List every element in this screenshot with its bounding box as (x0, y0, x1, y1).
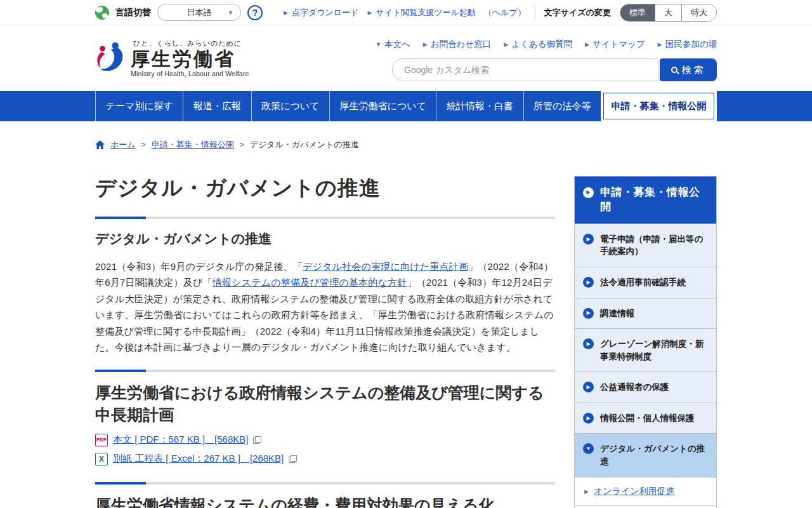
nav-item-6[interactable]: 申請・募集・情報公開 (601, 91, 717, 121)
section-divider (95, 482, 555, 485)
arrow-right-icon: ▶ (284, 10, 288, 16)
file-row-1: X別紙 工程表 [ Excel：267 KB ] [268KB] (95, 451, 555, 467)
breadcrumb-link-1[interactable]: 申請・募集・情報公開 (152, 139, 234, 150)
font-size-button-0[interactable]: 標準 (620, 4, 655, 21)
breadcrumb-link-0[interactable]: ホーム (110, 139, 136, 150)
arrow-right-icon: ▶ (504, 41, 508, 48)
section-divider (95, 217, 555, 219)
mhlw-logo-icon (95, 41, 126, 76)
sidebar-list: ▶申請・募集・情報公開▶電子申請（申請・届出等の手続案内）▶法令適用事前確認手続… (574, 176, 717, 508)
search-icon (671, 67, 678, 73)
circle-arrow-right-icon: ▶ (583, 277, 594, 288)
breadcrumb-trail: ホーム>申請・募集・情報公開>デジタル・ガバメントの推進 (110, 139, 359, 150)
nav-item-0[interactable]: テーマ別に探す (95, 91, 183, 121)
sidebar-item-0[interactable]: ▶申請・募集・情報公開 (575, 177, 716, 224)
arrow-right-icon: ▶ (367, 10, 372, 16)
help-icon[interactable]: ? (247, 5, 263, 20)
sidebar-item-label: 申請・募集・情報公開 (600, 185, 708, 215)
global-nav: テーマ別に探す報道・広報政策について厚生労働省について統計情報・白書所管の法令等… (0, 91, 812, 121)
site-name: 厚生労働省 (131, 48, 249, 70)
search-button[interactable]: 検索 (660, 58, 717, 81)
breadcrumb-separator: > (141, 140, 146, 149)
search-button-label: 検索 (682, 64, 706, 76)
quick-link-1[interactable]: お問合わせ窓口 (431, 39, 491, 50)
circle-arrow-right-icon: ▶ (583, 413, 594, 424)
nav-item-1[interactable]: 報道・広報 (183, 91, 251, 121)
global-nav-items: テーマ別に探す報道・広報政策について厚生労働省について統計情報・白書所管の法令等… (95, 91, 717, 121)
sidebar-stub-row (575, 506, 716, 508)
sidebar-item-1[interactable]: ▶電子申請（申請・届出等の手続案内） (575, 224, 716, 267)
home-icon (95, 140, 105, 149)
quick-link-item: ▶国民参加の場 (658, 39, 717, 50)
nav-item-5[interactable]: 所管の法令等 (523, 91, 601, 121)
external-link-icon (253, 436, 261, 444)
sidebar-item-label: 調達情報 (600, 307, 634, 320)
logo-text: ひと、くらし、みらいのために 厚生労働省 Ministry of Health,… (131, 39, 249, 78)
language-switch-label: 言語切替 (115, 7, 151, 18)
breadcrumb-separator: > (240, 140, 244, 149)
circle-arrow-right-icon: ▶ (583, 187, 594, 198)
sidebar-item-label: 公益通報者の保護 (600, 381, 669, 394)
circle-arrow-right-icon: ▶ (583, 382, 594, 392)
quick-link-item: ▼本文へ (376, 39, 410, 50)
arrow-down-icon: ▼ (376, 41, 381, 48)
sidebar: ▶申請・募集・情報公開▶電子申請（申請・届出等の手続案内）▶法令適用事前確認手続… (574, 176, 717, 508)
quick-link-item: ▶よくある御質問 (504, 39, 572, 50)
sidebar-item-5[interactable]: ▶公益通報者の保護 (575, 372, 716, 403)
excel-icon: X (95, 453, 108, 465)
sidebar-item-label: 電子申請（申請・届出等の手続案内） (600, 233, 708, 258)
inline-link[interactable]: 情報システムの整備及び管理の基本的な方針 (213, 277, 407, 288)
quick-link-3[interactable]: サイトマップ (593, 39, 645, 50)
section1-heading: デジタル・ガバメントの推進 (95, 230, 555, 248)
file-row-0: PDF本文 [ PDF：567 KB ] [568KB] (95, 432, 555, 448)
sidebar-sub-item-0: ▶オンライン利用促進 (575, 478, 716, 506)
nav-item-4[interactable]: 統計情報・白書 (436, 91, 523, 121)
sidebar-sub-link-0[interactable]: オンライン利用促進 (594, 486, 675, 497)
font-size-button-1[interactable]: 大 (655, 4, 681, 21)
vertical-divider (535, 7, 535, 18)
circle-arrow-down-icon: ▼ (583, 443, 594, 454)
sidebar-item-2[interactable]: ▶法令適用事前確認手続 (575, 267, 716, 298)
sidebar-item-label: 法令適用事前確認手続 (600, 276, 686, 289)
sidebar-item-7[interactable]: ▼デジタル・ガバメントの推進 (575, 434, 716, 477)
inline-link[interactable]: デジタル社会の実現に向けた重点計画 (303, 261, 468, 272)
site-name-en: Ministry of Health, Labour and Welfare (131, 70, 249, 77)
section2-heading: 厚生労働省における政府情報システムの整備及び管理に関する中長期計画 (95, 382, 555, 426)
intro-paragraph: 2021（令和3）年9月のデジタル庁の発足後、「デジタル社会の実現に向けた重点計… (95, 258, 555, 356)
sidebar-item-4[interactable]: ▶グレーゾーン解消制度・新事業特例制度 (575, 329, 716, 372)
circle-arrow-right-icon: ▶ (583, 234, 594, 244)
file-link-1[interactable]: 別紙 工程表 [ Excel：267 KB ] [268KB] (113, 453, 284, 465)
file-list: PDF本文 [ PDF：567 KB ] [568KB]X別紙 工程表 [ Ex… (95, 432, 555, 467)
breadcrumb-current: デジタル・ガバメントの推進 (250, 139, 359, 150)
section3-heading: 厚生労働省情報システムの経費・費用対効果の見える化 (95, 494, 555, 508)
sidebar-item-3[interactable]: ▶調達情報 (575, 298, 716, 330)
nav-item-3[interactable]: 厚生労働省について (329, 91, 436, 121)
quick-link-2[interactable]: よくある御質問 (511, 39, 572, 50)
main-column: デジタル・ガバメントの推進 デジタル・ガバメントの推進 2021（令和3）年9月… (95, 150, 555, 508)
utility-link[interactable]: 点字ダウンロード (292, 7, 359, 18)
site-logo[interactable]: ひと、くらし、みらいのために 厚生労働省 Ministry of Health,… (95, 39, 249, 78)
font-size-label: 文字サイズの変更 (544, 7, 611, 18)
pdf-icon: PDF (95, 434, 108, 446)
quick-link-item: ▶サイトマップ (585, 39, 645, 50)
arrow-right-icon: ▶ (658, 41, 662, 48)
quick-link-0[interactable]: 本文へ (384, 39, 410, 50)
file-link-0[interactable]: 本文 [ PDF：567 KB ] [568KB] (113, 434, 248, 446)
logo-tagline: ひと、くらし、みらいのために (131, 39, 249, 48)
utility-link[interactable]: サイト閲覧支援ツール起動 （ヘルプ） (376, 7, 525, 18)
language-select[interactable]: 日本語 ▼ (157, 4, 241, 21)
content: デジタル・ガバメントの推進 デジタル・ガバメントの推進 2021（令和3）年9月… (95, 150, 717, 508)
search-input[interactable] (392, 58, 658, 81)
arrow-right-icon: ▶ (585, 41, 589, 48)
font-size-button-2[interactable]: 特大 (681, 4, 716, 21)
quick-link-4[interactable]: 国民参加の場 (665, 39, 717, 50)
external-link-icon (289, 455, 297, 463)
sidebar-item-6[interactable]: ▶情報公開・個人情報保護 (575, 403, 716, 434)
nav-item-2[interactable]: 政策について (251, 91, 329, 121)
header-quick-links: ▼本文へ▶お問合わせ窓口▶よくある御質問▶サイトマップ▶国民参加の場 (376, 39, 717, 50)
chevron-down-icon: ▼ (228, 10, 233, 16)
search-bar: 検索 (392, 58, 717, 81)
globe-icon (95, 6, 109, 20)
sidebar-item-label: 情報公開・個人情報保護 (600, 412, 695, 425)
language-select-value: 日本語 (187, 7, 212, 18)
